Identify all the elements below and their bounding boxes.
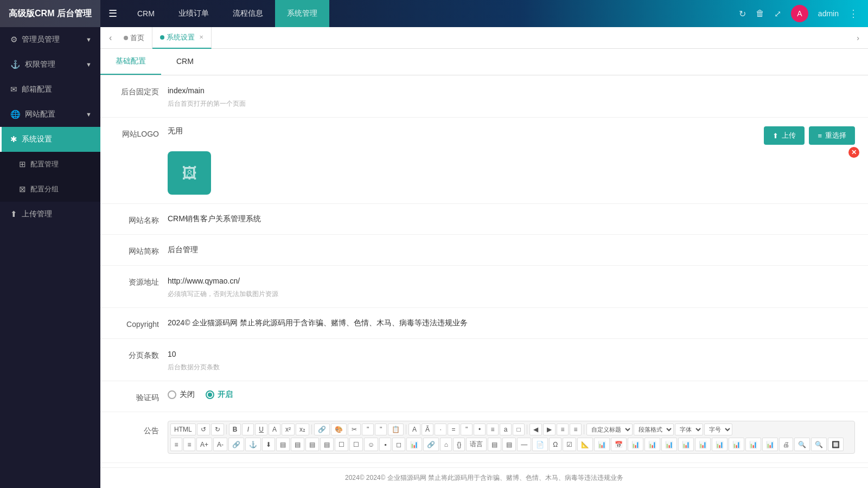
tb-clear[interactable]: a	[500, 423, 512, 435]
tb-subscript[interactable]: x₂	[296, 423, 309, 435]
tb2-font-bigger[interactable]: A+	[196, 438, 212, 451]
sidebar-item-email-config[interactable]: ✉ 邮箱配置	[0, 77, 100, 102]
tb-bullet1[interactable]: ·	[435, 423, 446, 435]
tb2-grid1[interactable]: ▤	[488, 438, 501, 451]
tb-indent-inc[interactable]: ▶	[543, 423, 556, 435]
tb-italic[interactable]: I	[242, 423, 254, 435]
logo-delete-btn[interactable]: ✕	[848, 147, 859, 158]
resource-url-input[interactable]	[168, 274, 439, 287]
tab-system-settings[interactable]: 系统设置 ✕	[152, 27, 212, 49]
select-btn[interactable]: ≡ 重选择	[809, 126, 855, 145]
sidebar-item-admin-mgmt[interactable]: ⚙ 管理员管理 ▼	[0, 27, 100, 52]
tb2-chart[interactable]: 📊	[406, 438, 422, 451]
tb2-hr[interactable]: —	[517, 438, 531, 451]
sidebar-item-config-mgmt[interactable]: ⊞ 配置管理	[0, 152, 100, 177]
tb-align[interactable]: ≡	[557, 423, 569, 435]
tb2-bar1[interactable]: 📊	[594, 438, 610, 451]
tb2-anchor[interactable]: ⚓	[245, 438, 261, 451]
tb-block[interactable]: □	[513, 423, 525, 435]
tabs-prev-btn[interactable]: ‹	[105, 33, 116, 43]
tab-crm[interactable]: CRM	[161, 49, 209, 74]
tab-home[interactable]: 首页	[116, 27, 152, 49]
tb2-lang[interactable]: 语言	[466, 438, 487, 451]
tb2-doc[interactable]: 📄	[532, 438, 548, 451]
tb2-ruler[interactable]: 📐	[577, 438, 593, 451]
tb-color[interactable]: 🎨	[331, 423, 347, 435]
tb2-image[interactable]: ◻	[392, 438, 405, 451]
tb2-table1[interactable]: ▤	[276, 438, 290, 451]
tb-highlight[interactable]: Ã	[422, 423, 433, 435]
tb2-grid2[interactable]: ▤	[502, 438, 516, 451]
tb2-table2[interactable]: ▤	[291, 438, 304, 451]
tb2-print[interactable]: 🖨	[779, 438, 793, 451]
sidebar-item-site-config[interactable]: 🌐 网站配置 ▼	[0, 102, 100, 127]
sidebar-item-system-settings[interactable]: ✱ 系统设置	[0, 127, 100, 152]
tb2-bar4[interactable]: 📊	[644, 438, 660, 451]
tb-select-font[interactable]: 字体	[675, 423, 703, 435]
tb-bold[interactable]: B	[229, 423, 241, 435]
tb2-align-left[interactable]: ≡	[170, 438, 182, 451]
tb-html[interactable]: HTML	[170, 423, 196, 435]
sidebar-item-upload-mgmt[interactable]: ⬆ 上传管理	[0, 202, 100, 227]
tb2-bar5[interactable]: 📊	[661, 438, 677, 451]
tb2-file[interactable]: ⬇	[262, 438, 275, 451]
tb2-zoom-out[interactable]: 🔍	[811, 438, 827, 451]
tb2-bar6[interactable]: 📊	[678, 438, 694, 451]
tb-indent-dec[interactable]: ◀	[529, 423, 542, 435]
tb2-help[interactable]: 🔲	[828, 438, 844, 451]
tb2-zoom-in[interactable]: 🔍	[794, 438, 810, 451]
tb-undo[interactable]: ↺	[197, 423, 210, 435]
tb2-font-smaller[interactable]: A-	[213, 438, 227, 451]
refresh-icon[interactable]: ↻	[739, 9, 746, 19]
hamburger-icon[interactable]: ☰	[100, 8, 125, 20]
tb-paste[interactable]: 📋	[388, 423, 404, 435]
tb2-link3[interactable]: 🔗	[423, 438, 439, 451]
tb-superscript[interactable]: x²	[282, 423, 295, 435]
tb2-align-center[interactable]: ≡	[183, 438, 195, 451]
tb2-bar10[interactable]: 📊	[745, 438, 761, 451]
delete-icon[interactable]: 🗑	[756, 9, 764, 18]
tb2-media[interactable]: ☐	[349, 438, 363, 451]
tb2-bar3[interactable]: 📊	[628, 438, 643, 451]
tb2-table4[interactable]: ▤	[320, 438, 334, 451]
tb2-code[interactable]: {}	[453, 438, 465, 451]
captcha-on-option[interactable]: 开启	[206, 390, 233, 400]
tb-quote-close[interactable]: "	[375, 423, 387, 435]
site-abbr-input[interactable]	[168, 243, 439, 256]
tb-select-size[interactable]: 字号	[704, 423, 732, 435]
tb-align2[interactable]: ≡	[570, 423, 582, 435]
tb-font-size[interactable]: A	[269, 423, 280, 435]
captcha-off-option[interactable]: 关闭	[168, 390, 195, 400]
tb2-table3[interactable]: ▤	[305, 438, 319, 451]
tb-cut[interactable]: ✂	[348, 423, 361, 435]
tb2-check[interactable]: ☑	[563, 438, 576, 451]
tb2-link2[interactable]: 🔗	[228, 438, 244, 451]
nav-crm[interactable]: CRM	[125, 0, 167, 27]
tabs-next-btn[interactable]: ›	[852, 34, 864, 42]
tab-close-btn[interactable]: ✕	[199, 34, 203, 40]
tb2-bar8[interactable]: 📊	[712, 438, 727, 451]
tb2-bar7[interactable]: 📊	[695, 438, 711, 451]
tb2-bar11[interactable]: 📊	[762, 438, 778, 451]
backend-page-input[interactable]	[168, 84, 439, 97]
tb-font-color[interactable]: A	[409, 423, 420, 435]
tb-select-para[interactable]: 段落格式	[634, 423, 674, 435]
copyright-input[interactable]	[168, 317, 602, 330]
upload-btn[interactable]: ⬆ 上传	[764, 126, 805, 145]
tb2-bar9[interactable]: 📊	[729, 438, 744, 451]
tb-underline[interactable]: U	[255, 423, 267, 435]
tb2-symbol[interactable]: ▪	[379, 438, 391, 451]
nav-flow[interactable]: 流程信息	[221, 0, 275, 27]
tb2-bar2[interactable]: 📅	[611, 438, 627, 451]
tb-select-custom[interactable]: 自定义标题	[586, 423, 633, 435]
tb-quote-open[interactable]: "	[362, 423, 374, 435]
nav-orders[interactable]: 业绩订单	[167, 0, 221, 27]
tb2-emoji[interactable]: ☺	[364, 438, 378, 451]
tb2-home[interactable]: ⌂	[440, 438, 452, 451]
pagination-input[interactable]	[168, 348, 233, 361]
tb-bullet2[interactable]: =	[448, 423, 459, 435]
more-icon[interactable]: ⋮	[848, 8, 858, 20]
site-name-input[interactable]	[168, 213, 439, 226]
tb-redo[interactable]: ↻	[211, 423, 224, 435]
sidebar-item-permission-mgmt[interactable]: ⚓ 权限管理 ▼	[0, 52, 100, 77]
